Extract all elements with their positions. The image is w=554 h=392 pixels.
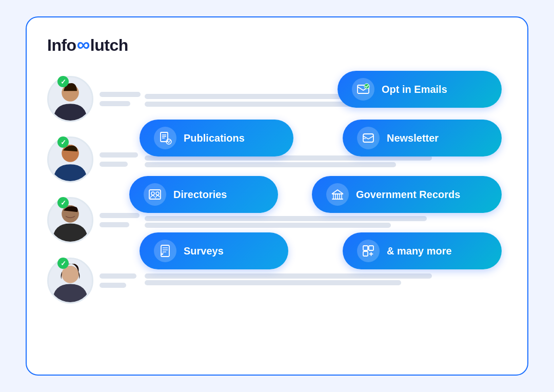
surveys-label: Surveys [184, 245, 224, 257]
main-content: ✓ [47, 71, 507, 354]
avatar-check-3: ✓ [57, 197, 69, 208]
gray-line [100, 101, 130, 106]
newsletter-label: Newsletter [387, 132, 439, 144]
email-icon [357, 83, 370, 96]
svg-rect-30 [363, 251, 368, 256]
avatar-check-1: ✓ [57, 76, 69, 87]
many-more-icon-container [357, 240, 380, 262]
surveys-icon-container [154, 240, 176, 262]
directories-icon-container [144, 183, 166, 206]
directories-icon [148, 188, 162, 201]
avatar-check-4: ✓ [57, 258, 69, 269]
publications-icon-container [154, 127, 176, 149]
avatar-item-4: ✓ [47, 258, 129, 304]
main-card: Info∞lutch ✓ [26, 16, 528, 376]
bg-line [145, 280, 401, 285]
avatar-circle-2 [47, 136, 93, 183]
avatar-check-2: ✓ [57, 136, 69, 148]
avatar-circle-3 [47, 197, 93, 243]
opt-in-emails-label: Opt in Emails [382, 84, 447, 95]
pills-area: Opt in Emails Publications [129, 71, 507, 354]
surveys-pill: Surveys [140, 232, 288, 269]
surveys-icon [159, 244, 172, 258]
svg-point-21 [151, 192, 154, 195]
bg-line [145, 273, 432, 279]
gray-line [100, 222, 129, 227]
directories-pill: Directories [129, 176, 278, 213]
bg-line [145, 223, 391, 228]
many-more-pill: & many more [343, 232, 502, 269]
newsletter-pill: Newsletter [343, 120, 502, 156]
gray-line [100, 283, 126, 288]
directories-label: Directories [173, 189, 227, 201]
many-more-label: & many more [387, 245, 452, 257]
svg-point-22 [156, 192, 159, 195]
gray-line [100, 162, 128, 167]
avatar-item-3: ✓ [47, 197, 129, 243]
bg-line [145, 216, 427, 221]
newsletter-icon [362, 131, 375, 145]
bg-line [145, 162, 396, 167]
publications-icon [159, 131, 172, 145]
avatar-item-1: ✓ [47, 76, 129, 122]
email-icon-container [352, 78, 374, 101]
opt-in-emails-pill: Opt in Emails [338, 71, 502, 108]
avatar-circle-1 [47, 76, 93, 122]
logo-infinity: ∞ [77, 34, 90, 55]
avatar-circle-4 [47, 258, 93, 304]
grid-icon [362, 244, 375, 258]
avatar-item-2: ✓ [47, 136, 129, 183]
publications-label: Publications [184, 132, 245, 144]
logo: Info∞lutch [47, 34, 507, 55]
newsletter-icon-container [357, 127, 380, 149]
svg-rect-29 [369, 246, 373, 250]
government-records-pill: Government Records [312, 176, 502, 213]
publications-pill: Publications [140, 120, 293, 156]
government-records-label: Government Records [356, 189, 460, 201]
avatars-column: ✓ [47, 71, 129, 354]
government-icon-container [326, 183, 349, 206]
logo-text: Info∞lutch [47, 34, 128, 55]
government-icon [331, 188, 344, 201]
svg-rect-28 [363, 246, 368, 250]
